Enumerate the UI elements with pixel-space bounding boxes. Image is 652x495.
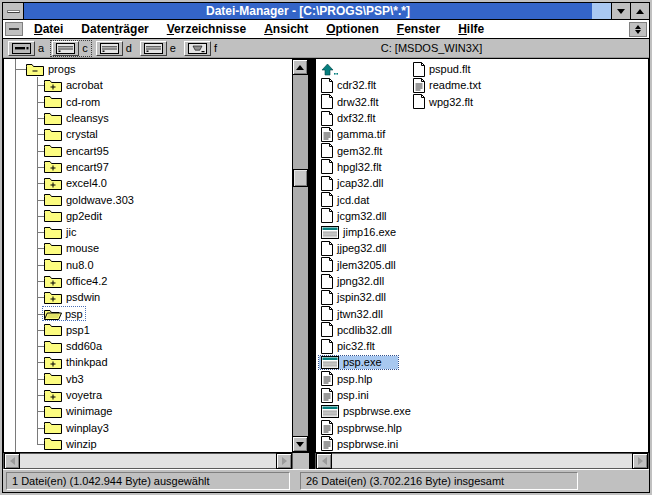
tree-item-encart97[interactable]: encart97 bbox=[4, 159, 292, 175]
tree-horizontal-scrollbar[interactable] bbox=[3, 453, 293, 469]
tree-item-encart95[interactable]: encart95 bbox=[4, 142, 292, 158]
files-horizontal-scrollbar[interactable] bbox=[315, 453, 649, 469]
menu-item-optionen[interactable]: Optionen bbox=[317, 20, 388, 38]
tree-item-acrobat[interactable]: acrobat bbox=[4, 77, 292, 93]
drive-a-button[interactable]: a bbox=[7, 41, 47, 56]
tree-item-vb3[interactable]: vb3 bbox=[4, 371, 292, 387]
tree-item-jic[interactable]: jic bbox=[4, 224, 292, 240]
file-item-gem32.flt[interactable]: gem32.flt bbox=[319, 142, 413, 158]
tree-item-label: gp2edit bbox=[66, 210, 102, 222]
tree-item-label: jic bbox=[66, 226, 76, 238]
file-item-label: psp.ini bbox=[337, 389, 369, 401]
tree-item-psp1[interactable]: psp1 bbox=[4, 322, 292, 338]
menu-item-datei[interactable]: Datei bbox=[25, 20, 72, 38]
file-item-wpg32.flt[interactable]: wpg32.flt bbox=[411, 94, 483, 110]
system-menu-button[interactable] bbox=[3, 3, 24, 19]
file-item-label: pic32.flt bbox=[337, 340, 375, 352]
document-icon bbox=[321, 192, 333, 207]
file-item-parent-directory[interactable] bbox=[319, 61, 413, 77]
drive-c-button[interactable]: c bbox=[51, 41, 91, 56]
menu-item-fenster[interactable]: Fenster bbox=[388, 20, 449, 38]
file-item-jcgm32.dll[interactable]: jcgm32.dll bbox=[319, 208, 413, 224]
folder-icon bbox=[44, 144, 62, 157]
document-text-icon bbox=[321, 420, 333, 435]
menu-item-ansicht[interactable]: Ansicht bbox=[255, 20, 317, 38]
drive-e-button[interactable]: e bbox=[139, 41, 179, 56]
tree-item-psp[interactable]: psp bbox=[4, 305, 292, 321]
tree-item-voyetra[interactable]: voyetra bbox=[4, 387, 292, 403]
tree-item-gp2edit[interactable]: gp2edit bbox=[4, 208, 292, 224]
tree-item-cleansys[interactable]: cleansys bbox=[4, 110, 292, 126]
tree-item-excel4.0[interactable]: excel4.0 bbox=[4, 175, 292, 191]
tree-item-progs[interactable]: progs bbox=[4, 61, 292, 77]
file-item-pspbrwse.hlp[interactable]: pspbrwse.hlp bbox=[319, 420, 413, 436]
file-item-pspbrwse.exe[interactable]: pspbrwse.exe bbox=[319, 403, 413, 419]
file-item-pspbrwse.ini[interactable]: pspbrwse.ini bbox=[319, 436, 413, 452]
tree-item-nu8.0[interactable]: nu8.0 bbox=[4, 257, 292, 273]
menu-item-datenträger[interactable]: Datenträger bbox=[72, 20, 157, 38]
tree-item-winimage[interactable]: winimage bbox=[4, 403, 292, 419]
file-item-gamma.tif[interactable]: gamma.tif bbox=[319, 126, 413, 142]
tree-item-mouse[interactable]: mouse bbox=[4, 240, 292, 256]
tree-item-sdd60a[interactable]: sdd60a bbox=[4, 338, 292, 354]
tree-vertical-scrollbar[interactable] bbox=[292, 59, 308, 452]
scrollbar-thumb[interactable] bbox=[293, 169, 308, 187]
file-item-jpng32.dll[interactable]: jpng32.dll bbox=[319, 273, 413, 289]
file-item-pcdlib32.dll[interactable]: pcdlib32.dll bbox=[319, 322, 413, 338]
file-item-cdr32.flt[interactable]: cdr32.flt bbox=[319, 77, 413, 93]
file-item-jcd.dat[interactable]: jcd.dat bbox=[319, 191, 413, 207]
tree-item-thinkpad[interactable]: thinkpad bbox=[4, 354, 292, 370]
file-item-body: gem32.flt bbox=[319, 143, 384, 158]
directory-tree-pane[interactable]: progsacrobatcd-romcleansyscrystalencart9… bbox=[3, 58, 309, 453]
tree-item-winplay3[interactable]: winplay3 bbox=[4, 420, 292, 436]
tree-item-cd-rom[interactable]: cd-rom bbox=[4, 94, 292, 110]
minimize-button[interactable] bbox=[611, 3, 630, 19]
file-item-readme.txt[interactable]: readme.txt bbox=[411, 77, 483, 93]
file-item-body: wpg32.flt bbox=[411, 94, 475, 109]
tree-item-crystal[interactable]: crystal bbox=[4, 126, 292, 142]
file-item-dxf32.flt[interactable]: dxf32.flt bbox=[319, 110, 413, 126]
file-item-drw32.flt[interactable]: drw32.flt bbox=[319, 94, 413, 110]
child-system-menu-button[interactable] bbox=[5, 22, 23, 36]
folder-expandable-icon bbox=[44, 160, 62, 173]
scroll-right-button[interactable] bbox=[632, 453, 648, 469]
folder-icon bbox=[44, 405, 62, 418]
menu-item-hilfe[interactable]: Hilfe bbox=[449, 20, 493, 38]
file-item-jimp16.exe[interactable]: jimp16.exe bbox=[319, 224, 413, 240]
file-item-body: pspbrwse.hlp bbox=[319, 420, 404, 435]
tree-item-label: psp1 bbox=[66, 324, 90, 336]
file-item-hpgl32.flt[interactable]: hpgl32.flt bbox=[319, 159, 413, 175]
drive-d-button[interactable]: d bbox=[95, 41, 135, 56]
tree-item-psdwin[interactable]: psdwin bbox=[4, 289, 292, 305]
file-item-body: gamma.tif bbox=[319, 127, 387, 142]
scroll-left-button[interactable] bbox=[316, 453, 332, 469]
tree-branch-line bbox=[37, 265, 44, 266]
tree-item-office4.2[interactable]: office4.2 bbox=[4, 273, 292, 289]
file-item-body: jcd.dat bbox=[319, 192, 371, 207]
scroll-right-button[interactable] bbox=[276, 453, 292, 469]
file-item-body: psp.ini bbox=[319, 388, 371, 403]
tree-item-winzip[interactable]: winzip bbox=[4, 436, 292, 452]
maximize-button[interactable] bbox=[630, 3, 649, 19]
file-item-jcap32.dll[interactable]: jcap32.dll bbox=[319, 175, 413, 191]
scroll-down-button[interactable] bbox=[292, 436, 308, 452]
drive-button-face bbox=[96, 41, 123, 56]
file-item-label: jspin32.dll bbox=[337, 291, 386, 303]
scroll-left-button[interactable] bbox=[4, 453, 20, 469]
file-item-pspud.flt[interactable]: pspud.flt bbox=[411, 61, 483, 77]
file-item-psp.ini[interactable]: psp.ini bbox=[319, 387, 413, 403]
file-item-psp.hlp[interactable]: psp.hlp bbox=[319, 371, 413, 387]
file-list-pane[interactable]: cdr32.fltdrw32.fltdxf32.fltgamma.tifgem3… bbox=[315, 58, 649, 453]
child-restore-button[interactable] bbox=[629, 22, 647, 37]
file-item-pic32.flt[interactable]: pic32.flt bbox=[319, 338, 413, 354]
file-item-body: pspud.flt bbox=[411, 62, 473, 77]
drive-f-button[interactable]: f bbox=[183, 41, 220, 56]
tree-item-goldwave.303[interactable]: goldwave.303 bbox=[4, 191, 292, 207]
file-item-jjpeg32.dll[interactable]: jjpeg32.dll bbox=[319, 240, 413, 256]
menu-item-verzeichnisse[interactable]: Verzeichnisse bbox=[158, 20, 255, 38]
file-item-jlem3205.dll[interactable]: jlem3205.dll bbox=[319, 257, 413, 273]
file-item-psp.exe[interactable]: psp.exe bbox=[319, 354, 413, 370]
file-item-jspin32.dll[interactable]: jspin32.dll bbox=[319, 289, 413, 305]
file-item-jtwn32.dll[interactable]: jtwn32.dll bbox=[319, 305, 413, 321]
scroll-up-button[interactable] bbox=[292, 59, 308, 75]
